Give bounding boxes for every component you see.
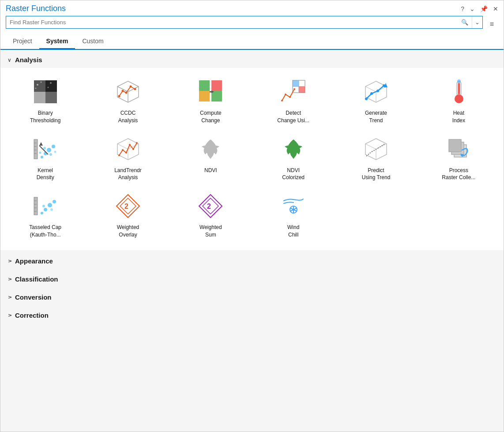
svg-point-15 — [121, 90, 124, 92]
func-predict-using-trend[interactable]: PredictUsing Trend — [335, 129, 417, 186]
weighted-sum-label: WeightedSum — [199, 224, 222, 239]
svg-marker-61 — [39, 142, 43, 146]
svg-point-8 — [50, 82, 52, 84]
search-dropdown-icon[interactable]: ⌄ — [472, 16, 482, 28]
svg-rect-20 — [199, 91, 210, 101]
close-icon[interactable]: ✕ — [493, 5, 498, 12]
svg-point-67 — [122, 149, 124, 151]
section-appearance-title: Appearance — [15, 257, 53, 265]
tab-system[interactable]: System — [39, 35, 75, 49]
svg-point-16 — [125, 92, 127, 94]
section-conversion: ∨ Conversion — [0, 287, 504, 305]
svg-point-5 — [37, 84, 38, 86]
chevron-conversion-icon: ∨ — [7, 295, 13, 299]
section-appearance-header[interactable]: ∨ Appearance — [0, 251, 504, 269]
svg-line-78 — [378, 144, 385, 148]
svg-point-56 — [43, 147, 46, 150]
hamburger-menu-icon[interactable]: ≡ — [485, 18, 498, 31]
func-tasseled-cap[interactable]: Tasseled Cap(Kauth-Tho... — [4, 186, 87, 243]
svg-point-31 — [285, 94, 286, 95]
landtrendr-analysis-icon — [114, 135, 142, 163]
weighted-sum-icon: 2 — [196, 192, 225, 220]
svg-point-38 — [365, 98, 368, 100]
func-binary-thresholding[interactable]: BinaryThresholding — [4, 71, 87, 129]
search-icon[interactable]: 🔍 — [458, 16, 472, 28]
svg-point-17 — [129, 86, 132, 88]
generate-trend-label: GenerateTrend — [365, 109, 387, 124]
ndvi-colorized-label: NDVIColorized — [282, 167, 305, 182]
content-area: ∨ Analysis — [0, 50, 504, 432]
chevron-appearance-icon: ∨ — [7, 259, 13, 263]
chevron-classification-icon: ∨ — [7, 277, 13, 281]
tab-custom[interactable]: Custom — [75, 35, 110, 49]
svg-line-35 — [365, 86, 376, 92]
ndvi-colorized-icon — [279, 135, 308, 163]
func-detect-change[interactable]: DetectChange Usi... — [252, 71, 335, 129]
wind-chill-label: WindChill — [287, 224, 299, 239]
func-ccdc-analysis[interactable]: CCDCAnalysis — [87, 71, 169, 129]
svg-point-89 — [44, 208, 47, 211]
svg-point-6 — [40, 82, 41, 83]
predict-using-trend-icon — [362, 135, 390, 163]
func-ndvi[interactable]: NDVI — [169, 129, 252, 186]
svg-rect-28 — [293, 80, 299, 86]
section-conversion-title: Conversion — [15, 293, 52, 301]
func-landtrendr-analysis[interactable]: LandTrendrAnalysis — [87, 129, 169, 186]
svg-point-7 — [35, 88, 36, 89]
help-icon[interactable]: ? — [461, 5, 464, 12]
svg-point-68 — [125, 152, 127, 154]
pin-icon[interactable]: 📌 — [480, 5, 488, 12]
svg-point-71 — [136, 142, 138, 144]
section-correction-title: Correction — [15, 312, 49, 319]
func-generate-trend[interactable]: GenerateTrend — [335, 71, 417, 129]
section-conversion-header[interactable]: ∨ Conversion — [0, 287, 504, 305]
section-analysis-header[interactable]: ∨ Analysis — [0, 50, 504, 68]
svg-line-63 — [117, 144, 128, 149]
kernel-density-icon — [31, 135, 60, 163]
wind-chill-icon — [279, 192, 308, 220]
func-process-raster-colle[interactable]: ProcessRaster Colle... — [417, 129, 500, 186]
process-raster-colle-icon — [444, 135, 473, 163]
analysis-grid: BinaryThresholding — [0, 68, 504, 250]
ccdc-analysis-icon — [114, 78, 142, 106]
svg-point-32 — [289, 96, 291, 98]
title-bar: Raster Functions ? ⌄ 📌 ✕ 🔍 ⌄ ≡ Project S… — [0, 0, 504, 50]
svg-rect-47 — [34, 139, 38, 159]
title-icons: ? ⌄ 📌 ✕ — [461, 5, 498, 12]
svg-point-92 — [42, 205, 45, 207]
svg-point-59 — [54, 150, 56, 153]
chevron-down-icon[interactable]: ⌄ — [470, 5, 475, 12]
func-heat-index[interactable]: HeatIndex — [417, 71, 500, 129]
func-weighted-overlay[interactable]: 2 WeightedOverlay — [87, 186, 169, 243]
ndvi-icon — [196, 135, 225, 163]
func-compute-change[interactable]: ComputeChange — [169, 71, 252, 129]
section-classification-header[interactable]: ∨ Classification — [0, 269, 504, 287]
svg-rect-3 — [34, 92, 45, 103]
search-input[interactable] — [6, 16, 458, 28]
svg-rect-19 — [199, 80, 210, 91]
func-wind-chill[interactable]: WindChill — [252, 186, 335, 243]
heat-index-icon — [444, 78, 473, 106]
svg-line-76 — [366, 152, 372, 156]
svg-point-14 — [118, 95, 120, 98]
func-weighted-sum[interactable]: 2 WeightedSum — [169, 186, 252, 243]
weighted-overlay-label: WeightedOverlay — [117, 224, 139, 239]
ccdc-analysis-label: CCDCAnalysis — [118, 109, 138, 124]
func-ndvi-colorized[interactable]: NDVIColorized — [252, 129, 335, 186]
raster-functions-panel: Raster Functions ? ⌄ 📌 ✕ 🔍 ⌄ ≡ Project S… — [0, 0, 504, 432]
landtrendr-analysis-label: LandTrendrAnalysis — [114, 167, 142, 182]
detect-change-icon — [279, 78, 308, 106]
tasseled-cap-icon — [31, 192, 60, 220]
func-kernel-density[interactable]: KernelDensity — [4, 129, 87, 186]
svg-rect-4 — [45, 92, 57, 103]
section-appearance: ∨ Appearance — [0, 251, 504, 269]
svg-rect-29 — [299, 86, 305, 93]
svg-point-91 — [53, 200, 56, 203]
tab-project[interactable]: Project — [6, 35, 39, 49]
kernel-density-label: KernelDensity — [37, 167, 54, 182]
svg-text:2: 2 — [124, 203, 128, 210]
section-correction: ∨ Correction — [0, 305, 504, 323]
generate-trend-icon — [362, 78, 390, 106]
svg-point-70 — [132, 148, 134, 150]
section-correction-header[interactable]: ∨ Correction — [0, 305, 504, 323]
